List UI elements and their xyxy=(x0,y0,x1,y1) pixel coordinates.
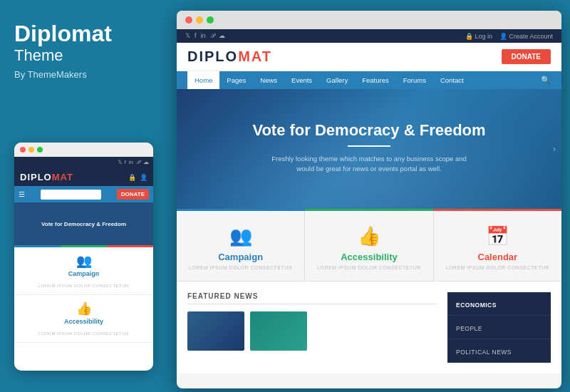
campaign-sub: LOREM IPSUM DOLOR CONSECTETUR xyxy=(184,265,297,270)
mobile-hero-text: Vote for Democracy & Freedom xyxy=(41,221,126,227)
hero-subtitle: Freshly looking theme which matches to a… xyxy=(177,154,561,175)
featured-news-section: FEATURED NEWS xyxy=(187,292,437,363)
hamburger-icon[interactable]: ☰ xyxy=(19,190,25,198)
sidebar-item-economics[interactable]: ECONOMICS xyxy=(447,292,551,316)
sidebar-news: ECONOMICS PEOPLE POLITICAL NEWS xyxy=(447,292,551,363)
accessibility-label: Accessibility xyxy=(312,252,425,262)
search-icon[interactable]: 🔍 xyxy=(541,76,551,85)
desktop-logo: DIPLOMAT xyxy=(187,48,272,65)
desktop-minimize-dot xyxy=(196,16,203,24)
pinterest-icon: 𝒫 xyxy=(136,159,140,166)
desktop-traffic-lights xyxy=(177,11,561,29)
left-panel: Diplomat Theme By ThemeMakers xyxy=(14,21,171,80)
color-bar-blue xyxy=(14,245,61,247)
desktop-mockup: 𝕏 f in 𝒫 ☁ 🔒 Log in 👤 Create Account DIP… xyxy=(177,11,561,388)
desktop-features: 👥 Campaign LOREM IPSUM DOLOR CONSECTETUR… xyxy=(177,211,561,282)
nav-forums[interactable]: Forums xyxy=(396,71,433,89)
lock-icon: 🔒 xyxy=(128,174,136,181)
rss-icon: ☁ xyxy=(219,32,225,40)
color-bar-green xyxy=(61,245,107,247)
desktop-nav-items: Home Pages News Events Gallery Features … xyxy=(187,71,471,89)
mobile-color-bar xyxy=(14,245,153,247)
news-image-2 xyxy=(250,311,307,351)
desktop-close-dot xyxy=(185,16,192,24)
calendar-sub: LOREM IPSUM DOLOR CONSECTETUR xyxy=(441,265,554,270)
theme-author: By ThemeMakers xyxy=(14,69,171,80)
desktop-bottom: FEATURED NEWS ECONOMICS PEOPLE POLITICAL… xyxy=(177,282,561,373)
feature-accessibility: 👍 Accessibility LOREM IPSUM DOLOR CONSEC… xyxy=(305,211,433,281)
nav-pages[interactable]: Pages xyxy=(219,71,253,89)
facebook-icon: f xyxy=(195,32,197,40)
mobile-search-bar[interactable] xyxy=(41,190,101,200)
desktop-nav: Home Pages News Events Gallery Features … xyxy=(177,71,561,89)
calendar-icon: 📅 xyxy=(441,225,554,247)
mobile-feature-campaign: 👥 Campaign LOREM IPSUM DOLOR CONSECTETUR xyxy=(14,247,153,295)
nav-home[interactable]: Home xyxy=(187,71,219,89)
desktop-hero: Vote for Democracy & Freedom Freshly loo… xyxy=(177,89,561,209)
people-label: PEOPLE xyxy=(456,325,482,332)
mobile-topbar: 𝕏 f in 𝒫 ☁ xyxy=(14,157,153,168)
mobile-donate-button[interactable]: DONATE xyxy=(117,189,149,200)
feature-calendar: 📅 Calendar LOREM IPSUM DOLOR CONSECTETUR xyxy=(434,211,561,281)
featured-news-title: FEATURED NEWS xyxy=(187,292,437,304)
linkedin-icon: in xyxy=(201,32,206,40)
rss-icon: ☁ xyxy=(143,159,149,166)
nav-gallery[interactable]: Gallery xyxy=(319,71,355,89)
accessibility-icon: 👍 xyxy=(312,225,425,247)
close-dot xyxy=(20,147,26,153)
user-icon: 👤 xyxy=(140,174,147,181)
accessibility-label: Accessibility xyxy=(20,318,147,325)
minimize-dot xyxy=(28,147,34,153)
mobile-nav: ☰ DONATE xyxy=(14,186,153,202)
accessibility-icon: 👍 xyxy=(20,301,147,316)
hero-content: Vote for Democracy & Freedom Freshly loo… xyxy=(177,89,561,175)
maximize-dot xyxy=(37,147,43,153)
mobile-traffic-lights xyxy=(14,143,153,157)
accessibility-sub: LOREM IPSUM DOLOR CONSECTETUR xyxy=(312,265,425,270)
political-news-label: POLITICAL NEWS xyxy=(456,349,512,356)
desktop-header: DIPLOMAT DONATE xyxy=(177,43,561,71)
hero-title: Vote for Democracy & Freedom xyxy=(177,121,561,140)
sidebar-item-people[interactable]: PEOPLE xyxy=(447,316,551,339)
news-image-1 xyxy=(187,311,244,351)
campaign-label: Campaign xyxy=(20,270,147,277)
campaign-label: Campaign xyxy=(184,252,297,262)
economics-label: ECONOMICS xyxy=(456,301,497,309)
theme-subtitle: Theme xyxy=(14,46,171,65)
desktop-donate-button[interactable]: DONATE xyxy=(502,49,551,64)
theme-title: Diplomat xyxy=(14,21,171,46)
mobile-hero: Vote for Democracy & Freedom xyxy=(14,202,153,245)
facebook-icon: f xyxy=(125,159,126,166)
desktop-social-icons: 𝕏 f in 𝒫 ☁ xyxy=(185,32,225,40)
desktop-topbar-right: 🔒 Log in 👤 Create Account xyxy=(465,33,553,40)
desktop-topbar: 𝕏 f in 𝒫 ☁ 🔒 Log in 👤 Create Account xyxy=(177,29,561,43)
pinterest-icon: 𝒫 xyxy=(210,32,214,40)
twitter-icon: 𝕏 xyxy=(185,32,190,40)
twitter-icon: 𝕏 xyxy=(118,159,122,166)
nav-events[interactable]: Events xyxy=(284,71,319,89)
feature-campaign: 👥 Campaign LOREM IPSUM DOLOR CONSECTETUR xyxy=(177,211,305,281)
nav-contact[interactable]: Contact xyxy=(433,71,471,89)
mobile-feature-accessibility: 👍 Accessibility LOREM IPSUM DOLOR CONSEC… xyxy=(14,295,153,343)
mobile-header-icons: 🔒 👤 xyxy=(128,174,147,181)
hero-divider xyxy=(348,145,390,147)
desktop-maximize-dot xyxy=(207,16,214,24)
mobile-header: DIPLOMAT 🔒 👤 xyxy=(14,168,153,186)
campaign-icon: 👥 xyxy=(20,253,147,269)
desktop-header-right: DONATE xyxy=(502,49,551,64)
color-bar-red xyxy=(107,245,153,247)
login-link[interactable]: 🔒 Log in xyxy=(465,33,492,40)
mobile-logo: DIPLOMAT xyxy=(20,172,73,182)
campaign-sub: LOREM IPSUM DOLOR CONSECTETUR xyxy=(38,284,129,288)
calendar-label: Calendar xyxy=(441,252,554,262)
campaign-icon: 👥 xyxy=(184,225,297,247)
nav-news[interactable]: News xyxy=(253,71,284,89)
news-images xyxy=(187,311,437,351)
accessibility-sub: LOREM IPSUM DOLOR CONSECTETUR xyxy=(38,331,129,336)
mobile-mockup: 𝕏 f in 𝒫 ☁ DIPLOMAT 🔒 👤 ☰ DONATE Vote fo… xyxy=(14,143,153,371)
create-account-link[interactable]: 👤 Create Account xyxy=(499,33,553,40)
linkedin-icon: in xyxy=(129,159,133,166)
nav-features[interactable]: Features xyxy=(355,71,396,89)
sidebar-item-political-news[interactable]: POLITICAL NEWS xyxy=(447,339,551,363)
